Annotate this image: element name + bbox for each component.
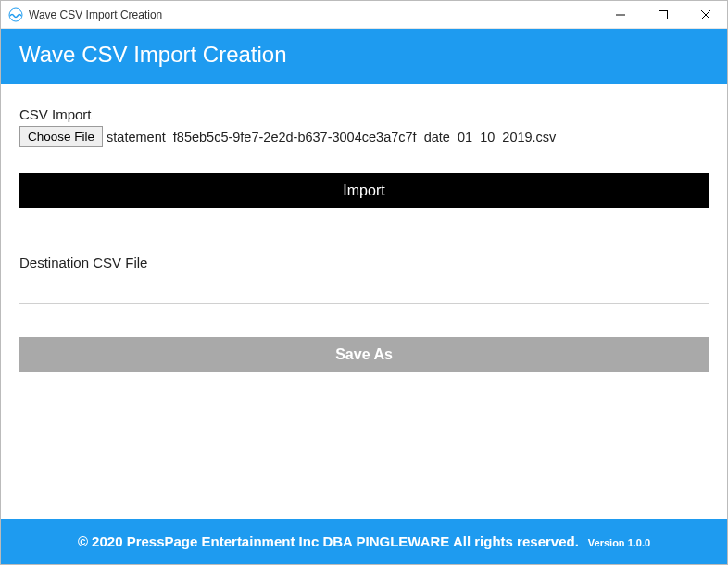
copyright-text: © 2020 PressPage Entertainment Inc DBA P…	[78, 534, 579, 549]
destination-label: Destination CSV File	[19, 255, 709, 270]
app-header: Wave CSV Import Creation	[1, 29, 727, 84]
main-content: CSV Import Choose File statement_f85eb5c…	[1, 84, 727, 519]
save-as-button[interactable]: Save As	[19, 337, 709, 372]
minimize-icon	[616, 10, 625, 19]
maximize-button[interactable]	[642, 1, 684, 29]
app-icon	[8, 7, 23, 22]
import-button[interactable]: Import	[19, 173, 709, 208]
csv-import-label: CSV Import	[19, 107, 709, 122]
choose-file-button[interactable]: Choose File	[19, 126, 103, 147]
file-chooser-row: Choose File statement_f85eb5c5-9fe7-2e2d…	[19, 126, 709, 147]
app-window: Wave CSV Import Creation Wave CSV Import…	[0, 0, 728, 565]
close-icon	[701, 10, 710, 19]
titlebar: Wave CSV Import Creation	[1, 1, 727, 29]
destination-input[interactable]	[19, 283, 709, 302]
destination-input-row	[19, 283, 709, 304]
maximize-icon	[659, 10, 668, 19]
page-title: Wave CSV Import Creation	[19, 42, 709, 68]
minimize-button[interactable]	[599, 1, 642, 29]
version-text: Version 1.0.0	[588, 537, 650, 548]
window-title: Wave CSV Import Creation	[29, 8, 162, 21]
close-button[interactable]	[684, 1, 727, 29]
footer: © 2020 PressPage Entertainment Inc DBA P…	[1, 519, 727, 564]
svg-rect-2	[659, 10, 668, 19]
selected-file-name: statement_f85eb5c5-9fe7-2e2d-b637-3004ce…	[107, 130, 556, 144]
